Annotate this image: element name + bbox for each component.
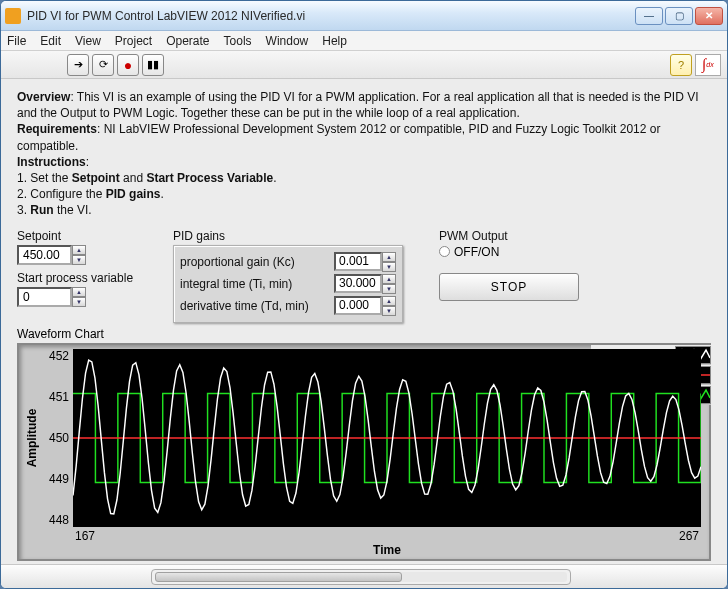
pwm-output-label: PWM Output: [439, 229, 579, 243]
plot-area: [73, 349, 701, 527]
close-button[interactable]: ✕: [695, 7, 723, 25]
horizontal-scrollbar[interactable]: [151, 569, 571, 585]
vi-icon[interactable]: ∫dx: [695, 54, 721, 76]
menu-view[interactable]: View: [75, 34, 101, 48]
ti-label: integral time (Ti, min): [180, 277, 292, 291]
radio-icon: [439, 246, 450, 257]
y-axis-ticks: 452 451 450 449 448: [41, 349, 73, 527]
front-panel: Overview: This VI is an example of using…: [1, 79, 727, 564]
minimize-button[interactable]: —: [635, 7, 663, 25]
run-continuous-button[interactable]: ⟳: [92, 54, 114, 76]
menu-tools[interactable]: Tools: [224, 34, 252, 48]
maximize-button[interactable]: ▢: [665, 7, 693, 25]
td-spinner[interactable]: ▲▼: [382, 296, 396, 316]
stop-button[interactable]: STOP: [439, 273, 579, 301]
pwm-output-toggle[interactable]: OFF/ON: [439, 245, 579, 259]
kc-input[interactable]: [334, 252, 382, 271]
pid-gains-label: PID gains: [173, 229, 403, 243]
td-label: derivative time (Td, min): [180, 299, 309, 313]
start-pv-label: Start process variable: [17, 271, 167, 285]
run-button[interactable]: ➔: [67, 54, 89, 76]
app-window: PID VI for PWM Control LabVIEW 2012 NIVe…: [0, 0, 728, 589]
toolbar: ➔ ⟳ ● ▮▮ ? ∫dx: [1, 51, 727, 79]
waveform-chart[interactable]: Amplitude 452 451 450 449 448 1: [17, 343, 711, 561]
titlebar: PID VI for PWM Control LabVIEW 2012 NIVe…: [1, 1, 727, 31]
app-icon: [5, 8, 21, 24]
pid-gains-cluster: proportional gain (Kc) ▲▼ integral time …: [173, 245, 403, 323]
x-axis-label: Time: [23, 543, 701, 557]
ti-spinner[interactable]: ▲▼: [382, 274, 396, 294]
menu-file[interactable]: File: [7, 34, 26, 48]
setpoint-input[interactable]: [17, 245, 72, 265]
menu-operate[interactable]: Operate: [166, 34, 209, 48]
setpoint-label: Setpoint: [17, 229, 167, 243]
setpoint-spinner[interactable]: ▲▼: [72, 245, 86, 265]
menu-project[interactable]: Project: [115, 34, 152, 48]
pause-button[interactable]: ▮▮: [142, 54, 164, 76]
kc-label: proportional gain (Kc): [180, 255, 295, 269]
start-pv-spinner[interactable]: ▲▼: [72, 287, 86, 307]
window-title: PID VI for PWM Control LabVIEW 2012 NIVe…: [27, 9, 633, 23]
statusbar: [1, 564, 727, 588]
chart-area: Waveform Chart Amplitude 452 451 450 449…: [17, 327, 711, 561]
ti-input[interactable]: [334, 274, 382, 293]
menubar: File Edit View Project Operate Tools Win…: [1, 31, 727, 51]
x-axis-ticks: 167 267: [73, 529, 701, 543]
controls-row: Setpoint ▲▼ Start process variable ▲▼ PI…: [17, 229, 711, 323]
y-axis-label: Amplitude: [23, 349, 41, 527]
menu-edit[interactable]: Edit: [40, 34, 61, 48]
menu-window[interactable]: Window: [266, 34, 309, 48]
kc-spinner[interactable]: ▲▼: [382, 252, 396, 272]
help-button[interactable]: ?: [670, 54, 692, 76]
menu-help[interactable]: Help: [322, 34, 347, 48]
td-input[interactable]: [334, 296, 382, 315]
abort-button[interactable]: ●: [117, 54, 139, 76]
description-text: Overview: This VI is an example of using…: [17, 89, 711, 219]
chart-title: Waveform Chart: [17, 327, 711, 341]
start-pv-input[interactable]: [17, 287, 72, 307]
